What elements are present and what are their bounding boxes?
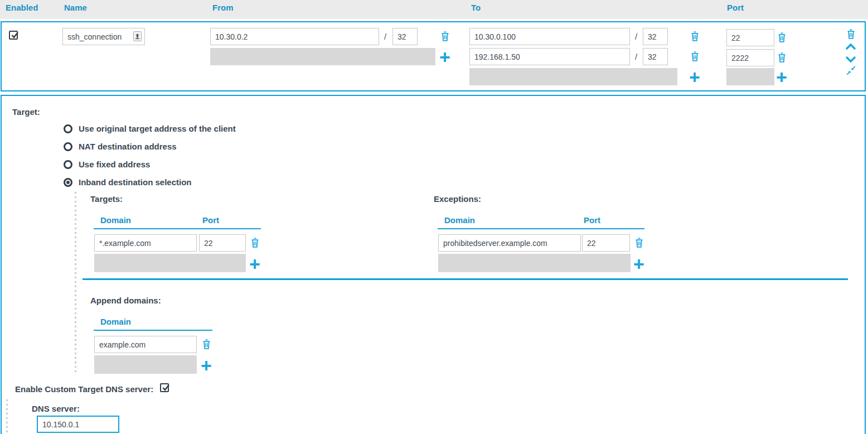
radio-icon [64, 124, 72, 133]
target-section: Target: Use original target address of t… [1, 95, 866, 434]
indent-guide [6, 399, 8, 434]
radio-use-original-target[interactable]: Use original target address of the clien… [64, 124, 236, 133]
dns-enable-label: Enable Custom Target DNS server: [15, 384, 153, 394]
append-new-row-placeholder [94, 355, 197, 374]
row-collapse-button[interactable] [845, 65, 856, 78]
targets-header-underline [94, 228, 261, 229]
append-header-underline [94, 330, 212, 331]
collapse-icon [846, 65, 856, 76]
radio-nat-destination[interactable]: NAT destination address [64, 142, 177, 151]
targets-add-button[interactable]: + [248, 255, 262, 272]
exceptions-new-row-placeholder [438, 254, 631, 272]
row-move-up-button[interactable] [845, 41, 856, 54]
targets-domain-input[interactable] [94, 234, 197, 252]
connection-row: / + / / + + [1, 21, 866, 91]
column-header-enabled: Enabled [6, 3, 38, 12]
append-delete-button[interactable] [201, 338, 212, 350]
targets-port-input[interactable] [199, 234, 246, 252]
exceptions-domain-input[interactable] [438, 234, 581, 252]
chevron-down-icon [845, 55, 856, 64]
radio-selected-icon [64, 178, 72, 187]
port-delete-button-1[interactable] [776, 31, 787, 44]
cidr-separator: / [635, 52, 637, 61]
enabled-checkbox[interactable] [9, 31, 18, 40]
exceptions-header-underline [438, 228, 644, 229]
to-address-input-1[interactable] [469, 28, 630, 45]
exceptions-add-button[interactable]: + [632, 255, 646, 272]
targets-domain-header: Domain [100, 215, 131, 225]
radio-icon [64, 142, 72, 151]
port-input-1[interactable] [726, 29, 774, 46]
targets-delete-button[interactable] [249, 237, 260, 249]
name-input[interactable] [62, 28, 145, 45]
append-domains-label: Append domains: [90, 296, 161, 305]
checkmark-icon [10, 30, 20, 40]
exceptions-port-input[interactable] [582, 234, 630, 252]
exceptions-label: Exceptions: [434, 194, 481, 204]
radio-icon [64, 160, 72, 169]
from-delete-button[interactable] [439, 30, 450, 42]
port-delete-button-2[interactable] [776, 51, 787, 64]
exceptions-port-header: Port [584, 215, 600, 225]
port-add-button[interactable]: + [774, 69, 789, 85]
dns-server-input[interactable] [37, 416, 119, 433]
cidr-separator: / [384, 32, 386, 41]
chevron-up-icon [845, 42, 856, 51]
to-add-button[interactable]: + [687, 69, 702, 85]
column-header-port: Port [727, 3, 744, 12]
checkmark-icon [161, 383, 171, 393]
append-domain-header: Domain [100, 317, 131, 326]
indent-guide [75, 192, 76, 374]
append-add-button[interactable]: + [199, 357, 214, 374]
to-delete-button-1[interactable] [689, 30, 700, 42]
from-address-input[interactable] [210, 28, 379, 45]
column-header-name: Name [64, 3, 87, 12]
exceptions-domain-header: Domain [444, 215, 475, 225]
cidr-separator: / [635, 32, 637, 41]
from-new-row-placeholder [210, 48, 435, 65]
dns-enabled-checkbox[interactable] [160, 383, 169, 392]
to-prefix-input-2[interactable] [643, 48, 668, 65]
row-move-down-button[interactable] [845, 54, 856, 66]
autofill-icon[interactable] [133, 31, 142, 41]
radio-use-fixed-address[interactable]: Use fixed address [64, 160, 150, 169]
target-label: Target: [12, 107, 40, 117]
to-address-input-2[interactable] [469, 48, 630, 65]
port-new-row-placeholder [726, 68, 774, 85]
column-header-from: From [212, 3, 234, 12]
targets-port-header: Port [202, 215, 219, 225]
targets-new-row-placeholder [94, 254, 246, 272]
to-delete-button-2[interactable] [689, 50, 700, 62]
from-add-button[interactable]: + [438, 49, 452, 65]
dns-server-label: DNS server: [32, 404, 80, 413]
targets-label: Targets: [90, 194, 123, 204]
radio-inband-destination[interactable]: Inband destination selection [64, 177, 192, 187]
append-domain-input[interactable] [94, 336, 197, 353]
to-prefix-input-1[interactable] [643, 28, 668, 45]
to-new-row-placeholder [469, 68, 677, 85]
row-delete-button[interactable] [845, 28, 856, 40]
column-header-to: To [471, 3, 481, 12]
from-prefix-input[interactable] [392, 28, 418, 45]
section-separator [83, 278, 848, 280]
port-input-2[interactable] [726, 49, 774, 66]
table-header-bar: Enabled Name From To Port [0, 0, 868, 19]
exceptions-delete-button[interactable] [633, 237, 644, 249]
